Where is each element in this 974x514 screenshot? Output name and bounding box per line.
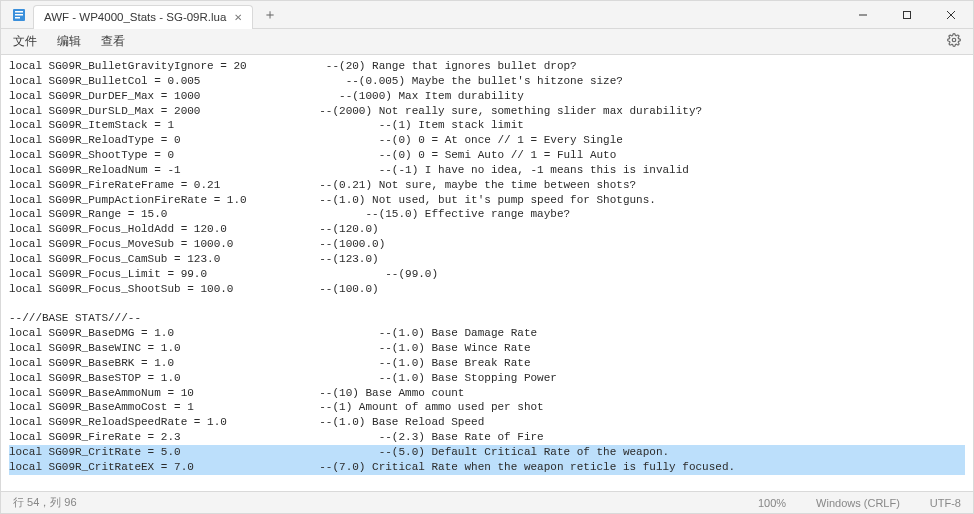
code-line[interactable]: local SG09R_Range = 15.0 --(15.0) Effect… [9,207,965,222]
status-position[interactable]: 行 54，列 96 [13,495,77,510]
code-line[interactable]: local SG09R_BaseDMG = 1.0 --(1.0) Base D… [9,326,965,341]
code-line[interactable]: local SG09R_FireRateFrame = 0.21 --(0.21… [9,178,965,193]
code-line[interactable]: local SG09R_Focus_HoldAdd = 120.0 --(120… [9,222,965,237]
code-line[interactable]: local SG09R_CritRate = 5.0 --(5.0) Defau… [9,445,965,460]
code-line[interactable]: local SG09R_CritRateEX = 7.0 --(7.0) Cri… [9,460,965,475]
code-line[interactable]: local SG09R_Focus_MoveSub = 1000.0 --(10… [9,237,965,252]
tab-title: AWF - WP4000_Stats - SG-09R.lua [44,11,226,23]
code-line[interactable]: local SG09R_ReloadType = 0 --(0) 0 = At … [9,133,965,148]
code-line[interactable]: local SG09R_BulletCol = 0.005 --(0.005) … [9,74,965,89]
code-line[interactable]: local SG09R_BulletGravityIgnore = 20 --(… [9,59,965,74]
code-line[interactable]: local SG09R_DurDEF_Max = 1000 --(1000) M… [9,89,965,104]
app-window: AWF - WP4000_Stats - SG-09R.lua ✕ ＋ 文件 编… [0,0,974,514]
maximize-button[interactable] [885,1,929,29]
status-line-ending[interactable]: Windows (CRLF) [816,497,900,509]
tab-close-icon[interactable]: ✕ [234,12,242,23]
new-tab-button[interactable]: ＋ [263,6,277,24]
code-editor[interactable]: local SG09R_BulletGravityIgnore = 20 --(… [1,55,973,491]
settings-button[interactable] [947,33,961,50]
code-line[interactable]: local SG09R_ItemStack = 1 --(1) Item sta… [9,118,965,133]
status-encoding[interactable]: UTF-8 [930,497,961,509]
code-line[interactable]: local SG09R_BaseSTOP = 1.0 --(1.0) Base … [9,371,965,386]
code-line[interactable]: local SG09R_ReloadSpeedRate = 1.0 --(1.0… [9,415,965,430]
code-line[interactable]: local SG09R_Focus_ShootSub = 100.0 --(10… [9,282,965,297]
code-line[interactable]: local SG09R_PumpActionFireRate = 1.0 --(… [9,193,965,208]
code-line[interactable]: local SG09R_BaseWINC = 1.0 --(1.0) Base … [9,341,965,356]
window-controls [841,1,973,29]
code-line[interactable]: local SG09R_ReloadNum = -1 --(-1) I have… [9,163,965,178]
svg-rect-3 [15,17,20,19]
minimize-button[interactable] [841,1,885,29]
code-line[interactable]: --///BASE STATS///-- [9,311,965,326]
code-line[interactable] [9,475,965,490]
code-line[interactable] [9,297,965,312]
code-line[interactable]: local SG09R_FireRate = 2.3 --(2.3) Base … [9,430,965,445]
titlebar: AWF - WP4000_Stats - SG-09R.lua ✕ ＋ [1,1,973,29]
gear-icon [947,33,961,47]
svg-rect-2 [15,14,23,16]
code-line[interactable]: local SG09R_BaseAmmoCost = 1 --(1) Amoun… [9,400,965,415]
close-window-button[interactable] [929,1,973,29]
minimize-icon [858,10,868,20]
svg-point-8 [952,38,956,42]
code-line[interactable]: local SG09R_ShootType = 0 --(0) 0 = Semi… [9,148,965,163]
menu-file[interactable]: 文件 [13,33,37,50]
svg-rect-5 [904,11,911,18]
code-line[interactable]: local SG09R_Focus_Limit = 99.0 --(99.0) [9,267,965,282]
menu-edit[interactable]: 编辑 [57,33,81,50]
close-icon [946,10,956,20]
svg-rect-1 [15,11,23,13]
app-icon [11,7,27,23]
statusbar: 行 54，列 96 100% Windows (CRLF) UTF-8 [1,491,973,513]
code-line[interactable]: local SG09R_DurSLD_Max = 2000 --(2000) N… [9,104,965,119]
code-line[interactable]: local SG09R_BaseAmmoNum = 10 --(10) Base… [9,386,965,401]
file-tab[interactable]: AWF - WP4000_Stats - SG-09R.lua ✕ [33,5,253,29]
menubar: 文件 编辑 查看 [1,29,973,55]
status-zoom[interactable]: 100% [758,497,786,509]
maximize-icon [902,10,912,20]
code-line[interactable]: local SG09R_Focus_CamSub = 123.0 --(123.… [9,252,965,267]
menu-view[interactable]: 查看 [101,33,125,50]
code-line[interactable]: local SG09R_BaseBRK = 1.0 --(1.0) Base B… [9,356,965,371]
